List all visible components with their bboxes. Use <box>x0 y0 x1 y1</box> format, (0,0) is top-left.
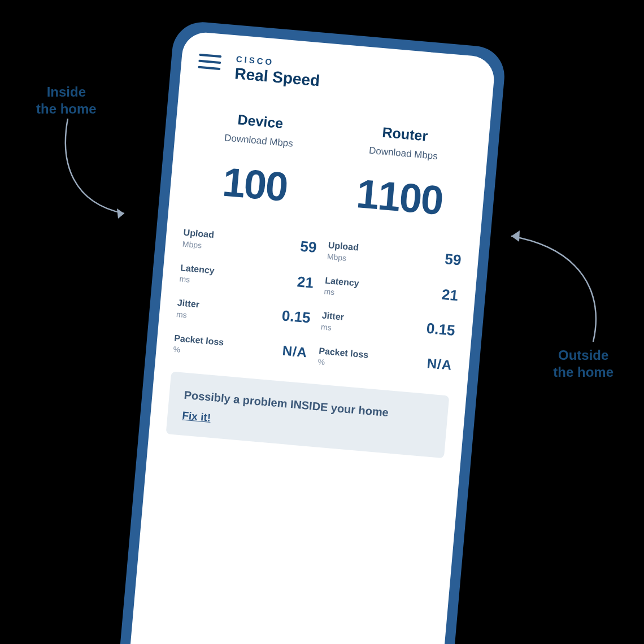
hamburger-icon[interactable] <box>198 51 221 70</box>
metric-row: Latencyms 21 <box>324 275 459 307</box>
metric-value: 59 <box>299 238 317 256</box>
metric-row: UploadMbps 59 <box>182 228 317 260</box>
device-download-value: 100 <box>186 155 324 213</box>
metric-row: Packet loss% N/A <box>317 346 452 378</box>
router-column: Router Download Mbps 1100 UploadMbps 59 … <box>317 120 472 378</box>
metric-value: 21 <box>297 273 315 291</box>
metric-label: Jitterms <box>176 298 199 320</box>
metric-label: Packet loss% <box>173 333 224 358</box>
columns: Device Download Mbps 100 UploadMbps 59 L… <box>173 108 472 378</box>
arrow-right-icon <box>497 226 610 345</box>
brand-block: CISCO Real Speed <box>234 54 321 90</box>
router-download-value: 1100 <box>331 168 468 226</box>
annotation-outside-home: Outside the home <box>553 347 613 381</box>
metric-row: Jitterms 0.15 <box>321 311 456 343</box>
router-metrics: UploadMbps 59 Latencyms 21 Jitterms 0.15 <box>317 240 462 378</box>
metric-value: N/A <box>427 355 453 373</box>
device-column: Device Download Mbps 100 UploadMbps 59 L… <box>173 108 328 365</box>
metric-label: Latencyms <box>324 275 359 299</box>
metric-value: 0.15 <box>426 320 456 340</box>
top-bar: CISCO Real Speed <box>197 51 477 104</box>
metric-label: Packet loss% <box>317 346 369 371</box>
fix-it-link[interactable]: Fix it! <box>182 410 211 424</box>
metric-row: UploadMbps 59 <box>327 240 462 272</box>
svg-marker-1 <box>511 230 520 242</box>
metric-label: UploadMbps <box>182 228 214 251</box>
svg-marker-0 <box>117 208 124 219</box>
metric-label: Jitterms <box>321 311 345 333</box>
metric-value: 21 <box>441 286 459 304</box>
phone-frame: CISCO Real Speed Device Download Mbps 10… <box>116 20 507 644</box>
app-screen: CISCO Real Speed Device Download Mbps 10… <box>127 31 495 644</box>
annotation-inside-home: Inside the home <box>36 84 97 118</box>
alert-panel: Possibly a problem INSIDE your home Fix … <box>166 372 450 459</box>
device-metrics: UploadMbps 59 Latencyms 21 Jitterms 0.15 <box>173 228 317 365</box>
metric-value: 59 <box>444 250 462 269</box>
alert-message: Possibly a problem INSIDE your home <box>184 389 433 423</box>
metric-label: UploadMbps <box>327 240 359 263</box>
arrow-left-icon <box>51 119 141 226</box>
metric-value: 0.15 <box>281 307 311 327</box>
metric-label: Latencyms <box>179 263 215 286</box>
metric-value: N/A <box>282 342 308 360</box>
metric-row: Packet loss% N/A <box>173 333 308 365</box>
metric-row: Latencyms 21 <box>179 263 314 295</box>
stage: Inside the home Outside the home CISCO R… <box>0 0 644 644</box>
metric-row: Jitterms 0.15 <box>176 298 311 330</box>
